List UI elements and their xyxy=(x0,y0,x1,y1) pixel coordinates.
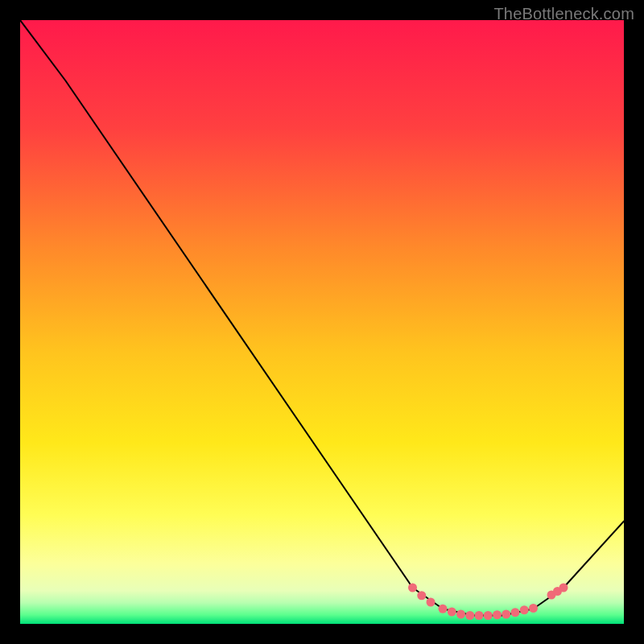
marker-dot xyxy=(520,605,529,614)
gradient-background xyxy=(20,20,624,624)
marker-dot xyxy=(559,584,568,592)
marker-dot xyxy=(493,610,502,619)
marker-dot xyxy=(456,610,465,619)
marker-dot xyxy=(502,610,510,619)
marker-dot xyxy=(439,605,448,613)
marker-dot xyxy=(427,598,436,607)
chart-stage: TheBottleneck.com xyxy=(0,0,644,644)
chart-svg xyxy=(20,20,624,624)
marker-dot xyxy=(484,611,493,620)
marker-dot xyxy=(529,604,538,613)
plot-area xyxy=(20,20,624,624)
marker-dot xyxy=(511,608,520,617)
marker-dot xyxy=(417,591,426,600)
marker-dot xyxy=(475,611,484,620)
marker-dot xyxy=(408,584,417,592)
marker-dot xyxy=(448,608,456,617)
marker-dot xyxy=(465,611,474,620)
